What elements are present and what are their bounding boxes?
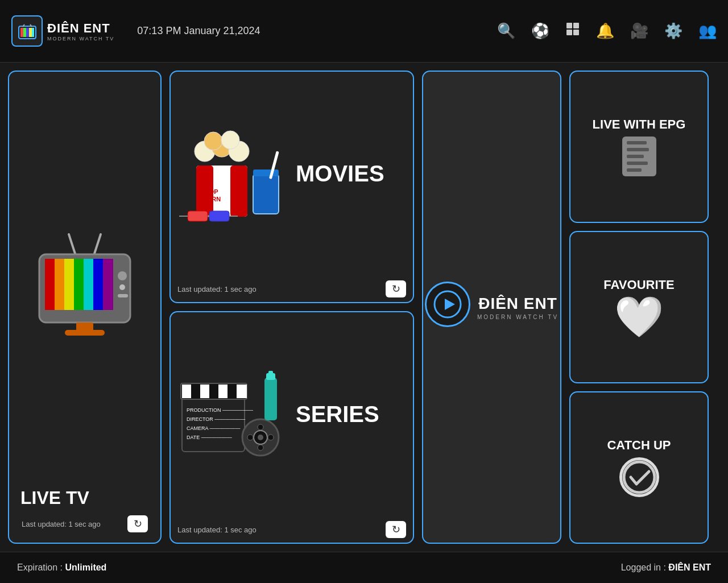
live-tv-last-updated: Last updated: 1 sec ago	[22, 520, 101, 528]
logo-sub: MODERN WATCH TV	[47, 36, 114, 42]
logo-icon	[11, 15, 43, 47]
header: ĐIÊN ENT MODERN WATCH TV 07:13 PM Januar…	[0, 0, 728, 63]
svg-rect-2	[20, 28, 23, 37]
svg-rect-11	[566, 30, 572, 35]
svg-marker-71	[445, 299, 455, 310]
header-left: ĐIÊN ENT MODERN WATCH TV 07:13 PM Januar…	[11, 15, 260, 47]
live-tv-title: LIVE TV	[15, 487, 155, 508]
svg-rect-59	[237, 384, 247, 398]
movies-footer: Last updated: 1 sec ago ↻	[171, 276, 413, 302]
logo-text: ĐIÊN ENT MODERN WATCH TV	[47, 21, 114, 42]
series-title: SERIES	[296, 402, 379, 427]
svg-rect-53	[182, 384, 191, 398]
bell-icon[interactable]: 🔔	[596, 22, 614, 40]
center-logo-name: ĐIÊN ENT	[477, 295, 559, 313]
camera-icon[interactable]: 🎥	[630, 22, 648, 40]
series-footer: Last updated: 1 sec ago ↻	[171, 516, 413, 543]
live-epg-card[interactable]: LIVE WITH EPG	[569, 71, 709, 223]
series-content: PRODUCTION —————— DIRECTOR —————— CAMERA…	[171, 312, 413, 516]
footer: Expiration : Unlimited Logged in : ĐIÊN …	[0, 552, 728, 583]
center-logo: ĐIÊN ENT MODERN WATCH TV	[425, 282, 559, 333]
search-icon[interactable]: 🔍	[497, 22, 515, 40]
svg-point-32	[204, 132, 222, 150]
svg-rect-5	[29, 28, 32, 37]
center-logo-subtitle: MODERN WATCH TV	[477, 314, 559, 320]
series-illustration: PRODUCTION —————— DIRECTOR —————— CAMERA…	[176, 366, 290, 463]
catchup-card[interactable]: CATCH UP	[569, 391, 709, 544]
svg-point-62	[258, 435, 263, 440]
svg-point-64	[258, 445, 263, 450]
svg-rect-58	[228, 384, 237, 398]
live-tv-card[interactable]: LIVE TV Last updated: 1 sec ago ↻	[8, 71, 162, 544]
svg-text:DATE ——————: DATE ——————	[187, 435, 232, 440]
svg-rect-27	[76, 322, 93, 331]
series-refresh-button[interactable]: ↻	[386, 521, 406, 538]
right-cards-column: LIVE WITH EPG FAVOURITE 🤍 CATCH UP	[569, 71, 709, 544]
grid-icon[interactable]	[565, 22, 580, 40]
svg-text:PRODUCTION ——————: PRODUCTION ——————	[187, 407, 253, 413]
svg-rect-56	[209, 384, 218, 398]
settings-icon[interactable]: ⚙️	[664, 22, 682, 40]
svg-rect-23	[103, 259, 113, 310]
logo-svg	[16, 20, 38, 42]
user-icon[interactable]: 👥	[698, 22, 717, 40]
svg-rect-22	[93, 259, 103, 310]
movies-card[interactable]: POP CORN MOVIES Last updated: 1	[169, 71, 414, 303]
svg-rect-43	[209, 211, 229, 221]
series-card[interactable]: PRODUCTION —————— DIRECTOR —————— CAMERA…	[169, 311, 414, 544]
logo: ĐIÊN ENT MODERN WATCH TV	[11, 15, 114, 47]
center-logo-card: ĐIÊN ENT MODERN WATCH TV	[422, 71, 561, 544]
movies-content: POP CORN MOVIES	[171, 72, 413, 276]
svg-point-25	[119, 284, 125, 290]
expiration-text: Expiration : Unlimited	[17, 563, 106, 573]
main-grid: LIVE TV Last updated: 1 sec ago ↻	[0, 63, 728, 552]
svg-point-33	[221, 131, 239, 149]
svg-rect-67	[264, 378, 277, 420]
svg-point-24	[118, 271, 127, 280]
svg-rect-26	[118, 294, 128, 297]
live-tv-illustration	[15, 83, 155, 487]
svg-point-72	[624, 462, 655, 493]
sports-icon[interactable]: ⚽	[531, 22, 549, 40]
movies-title: MOVIES	[296, 161, 384, 187]
center-logo-icon	[425, 282, 470, 327]
datetime: 07:13 PM January 21,2024	[137, 25, 260, 37]
live-epg-title: LIVE WITH EPG	[593, 117, 686, 132]
svg-rect-20	[74, 259, 84, 310]
svg-rect-18	[55, 259, 64, 310]
svg-rect-28	[65, 330, 105, 336]
svg-rect-42	[188, 211, 208, 221]
svg-rect-39	[253, 174, 279, 214]
svg-rect-40	[253, 169, 279, 176]
svg-text:CAMERA ——————: CAMERA ——————	[187, 425, 241, 431]
svg-rect-69	[268, 371, 273, 374]
catchup-check-icon	[619, 457, 659, 497]
svg-rect-10	[573, 23, 579, 28]
svg-point-65	[247, 435, 253, 440]
svg-rect-54	[191, 384, 200, 398]
live-tv-footer: Last updated: 1 sec ago ↻	[15, 511, 155, 537]
svg-rect-36	[230, 166, 247, 217]
svg-rect-9	[566, 23, 572, 28]
svg-rect-57	[218, 384, 228, 398]
svg-rect-55	[200, 384, 209, 398]
favourite-card[interactable]: FAVOURITE 🤍	[569, 231, 709, 383]
favourite-title: FAVOURITE	[603, 278, 674, 292]
series-last-updated: Last updated: 1 sec ago	[177, 526, 257, 534]
movies-last-updated: Last updated: 1 sec ago	[177, 285, 257, 293]
logged-in-text: Logged in : ĐIÊN ENT	[621, 563, 711, 573]
svg-text:CORN: CORN	[202, 196, 221, 202]
svg-point-63	[258, 424, 263, 430]
logo-name: ĐIÊN ENT	[47, 21, 114, 36]
svg-rect-17	[45, 259, 55, 310]
svg-rect-4	[26, 28, 29, 37]
catchup-title: CATCH UP	[607, 438, 671, 453]
center-logo-container: ĐIÊN ENT MODERN WATCH TV	[425, 282, 559, 333]
svg-rect-21	[84, 259, 93, 310]
header-icons: 🔍 ⚽ 🔔 🎥 ⚙️ 👥	[497, 22, 717, 40]
live-tv-refresh-button[interactable]: ↻	[127, 515, 148, 532]
heart-icon: 🤍	[614, 297, 664, 337]
svg-point-66	[268, 435, 274, 440]
movies-refresh-button[interactable]: ↻	[386, 280, 406, 297]
svg-rect-47	[182, 398, 245, 452]
